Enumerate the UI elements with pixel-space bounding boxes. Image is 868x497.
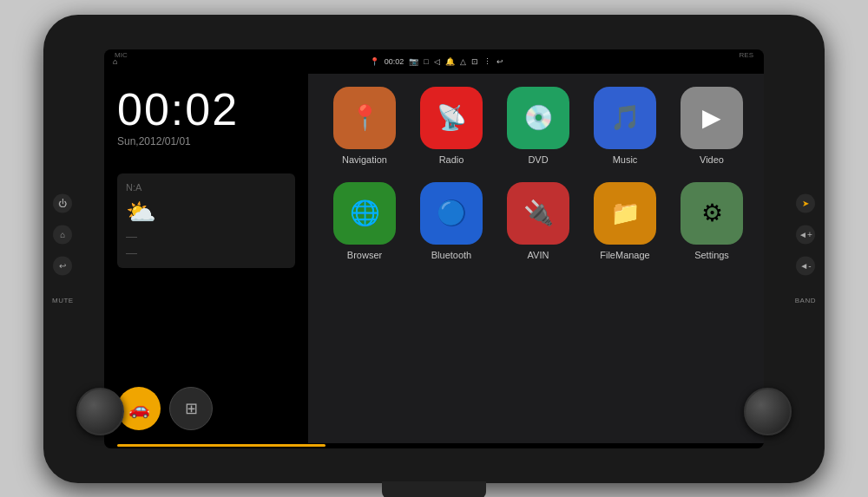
dvd-label: DVD	[528, 154, 548, 165]
clock-time: 00:02	[117, 87, 295, 132]
filemanage-label: FileManage	[600, 250, 649, 260]
app-row-2: 🌐 Browser 🔵 Bluetooth 🔌	[326, 182, 751, 260]
radio-label: Radio	[439, 154, 464, 165]
back-icon[interactable]: ↩	[496, 57, 503, 66]
navigation-icon: 📍	[333, 87, 396, 149]
bottom-controls: 🚗 ⊞	[117, 387, 295, 430]
volume-down-button[interactable]: ◄-	[796, 256, 815, 275]
video-label: Video	[700, 154, 724, 165]
grid-icon: ⊞	[185, 399, 198, 418]
weather-cloud-icon: ⛅	[126, 198, 286, 226]
weather-dash: —	[126, 230, 286, 243]
settings-icon: ⚙	[681, 182, 743, 245]
power-button[interactable]: ⏻	[53, 193, 72, 213]
display-icon: ⊡	[471, 57, 478, 66]
bottom-tab-connector	[382, 481, 486, 498]
app-settings[interactable]: ⚙ Settings	[673, 182, 751, 260]
avin-label: AVIN	[528, 250, 549, 260]
app-filemanage[interactable]: 📁 FileManage	[586, 182, 664, 260]
camera-icon: 📷	[409, 57, 418, 66]
eject-icon: △	[460, 57, 466, 66]
side-left-controls: ⏻ ⌂ ↩ MUTE	[52, 193, 74, 304]
home-button[interactable]: ⌂	[53, 225, 72, 244]
clock-date: Sun,2012/01/01	[117, 135, 295, 147]
volume-up-button[interactable]: ◄+	[796, 225, 815, 244]
band-label[interactable]: BAND	[795, 296, 816, 304]
volume-icon: 🔔	[445, 57, 455, 66]
weather-status: N:A	[126, 182, 286, 193]
app-video[interactable]: ▶ Video	[673, 87, 751, 165]
mute-label[interactable]: MUTE	[52, 296, 74, 304]
bluetooth-label: Bluetooth	[431, 250, 471, 260]
settings-label: Settings	[694, 250, 729, 260]
app-avin[interactable]: 🔌 AVIN	[499, 182, 577, 260]
radio-icon: 📡	[420, 87, 483, 149]
left-panel: 00:02 Sun,2012/01/01 N:A ⛅ — — 🚗 ⊞	[104, 74, 308, 443]
tab-indicator	[117, 444, 326, 447]
avin-icon: 🔌	[507, 182, 569, 245]
res-label: RES	[740, 51, 753, 59]
status-center: 📍 00:02 📷 □ ◁ 🔔 △ ⊡ ⋮ ↩	[370, 57, 503, 66]
bluetooth-icon: 🔵	[420, 182, 483, 245]
main-content: 00:02 Sun,2012/01/01 N:A ⛅ — — 🚗 ⊞	[104, 74, 764, 443]
music-icon: 🎵	[594, 87, 656, 149]
grid-button[interactable]: ⊞	[169, 387, 213, 430]
app-row-1: 📍 Navigation 📡 Radio 💿 D	[326, 87, 751, 165]
more-icon[interactable]: ⋮	[483, 57, 491, 66]
browser-icon: 🌐	[333, 182, 396, 245]
side-right-controls: ➤ ◄+ ◄- BAND	[795, 193, 816, 304]
tab-bar	[104, 443, 764, 448]
mic-label: MIC	[115, 51, 128, 59]
status-icon-1: □	[424, 57, 428, 66]
right-knob[interactable]	[744, 388, 792, 435]
app-dvd[interactable]: 💿 DVD	[499, 87, 577, 165]
main-screen: ⌂ 📍 00:02 📷 □ ◁ 🔔 △ ⊡ ⋮ ↩ MIC RES	[104, 49, 764, 448]
filemanage-icon: 📁	[594, 182, 656, 245]
app-music[interactable]: 🎵 Music	[586, 87, 664, 165]
dvd-icon: 💿	[507, 87, 569, 149]
navigation-label: Navigation	[342, 154, 387, 165]
car-icon: 🚗	[128, 398, 150, 419]
app-navigation[interactable]: 📍 Navigation	[326, 87, 404, 165]
app-bluetooth[interactable]: 🔵 Bluetooth	[412, 182, 490, 260]
status-bar: ⌂ 📍 00:02 📷 □ ◁ 🔔 △ ⊡ ⋮ ↩ MIC RES	[104, 49, 764, 74]
right-panel: 📍 Navigation 📡 Radio 💿 D	[308, 74, 764, 443]
app-radio[interactable]: 📡 Radio	[412, 87, 490, 165]
weather-widget: N:A ⛅ — —	[117, 173, 295, 268]
music-label: Music	[613, 154, 638, 165]
weather-dash2: —	[126, 246, 286, 259]
status-icon-2: ◁	[434, 57, 440, 66]
back-button[interactable]: ↩	[53, 256, 72, 275]
location-icon: 📍	[370, 57, 379, 66]
browser-label: Browser	[347, 250, 382, 260]
left-knob[interactable]	[76, 388, 124, 435]
navigation-arrow-button[interactable]: ➤	[796, 193, 815, 213]
app-browser[interactable]: 🌐 Browser	[326, 182, 404, 260]
car-unit: ⏻ ⌂ ↩ MUTE ➤ ◄+ ◄- BAND ⌂ 📍 00:02 📷 □ ◁	[43, 15, 825, 483]
status-time: 00:02	[385, 57, 404, 66]
video-icon: ▶	[681, 87, 743, 149]
